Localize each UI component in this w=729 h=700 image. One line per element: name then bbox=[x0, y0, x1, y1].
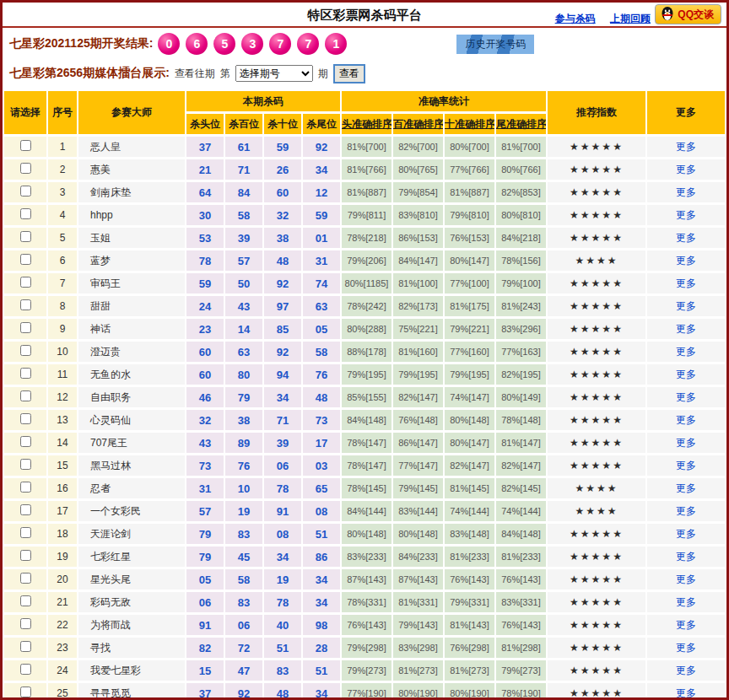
masters-table-body: 1恶人皇3761599281%[700]82%[700]80%[700]81%[… bbox=[4, 137, 725, 700]
more-link[interactable]: 更多 bbox=[676, 619, 696, 631]
row-checkbox[interactable] bbox=[20, 482, 31, 493]
header-kill-head: 杀头位 bbox=[186, 114, 224, 134]
more-link[interactable]: 更多 bbox=[676, 186, 696, 198]
accuracy-stat: 81%[273] bbox=[393, 660, 443, 681]
rating-stars: ★★★★★ bbox=[548, 433, 645, 453]
more-link[interactable]: 更多 bbox=[676, 300, 696, 312]
accuracy-stat: 82%[147] bbox=[496, 455, 546, 476]
kill-number: 48 bbox=[264, 250, 301, 271]
master-name: 自由职务 bbox=[78, 387, 185, 407]
more-link[interactable]: 更多 bbox=[676, 209, 696, 221]
more-link[interactable]: 更多 bbox=[676, 164, 696, 175]
accuracy-stat: 80%[148] bbox=[393, 524, 443, 544]
view-button[interactable]: 查看 bbox=[333, 64, 365, 83]
row-checkbox[interactable] bbox=[20, 163, 31, 174]
row-checkbox[interactable] bbox=[20, 527, 31, 538]
period-select[interactable]: 选择期号 bbox=[235, 65, 313, 82]
row-select-cell bbox=[4, 342, 46, 362]
rating-stars: ★★★★★ bbox=[548, 364, 645, 385]
header-select: 请选择 bbox=[4, 91, 46, 134]
rating-stars: ★★★★★ bbox=[548, 683, 645, 700]
more-link[interactable]: 更多 bbox=[676, 687, 696, 699]
more-link[interactable]: 更多 bbox=[676, 277, 696, 289]
row-checkbox[interactable] bbox=[20, 140, 31, 151]
join-kill-link[interactable]: 参与杀码 bbox=[555, 13, 596, 24]
row-checkbox[interactable] bbox=[20, 368, 31, 379]
qq-chat-button[interactable]: QQ交谈 bbox=[655, 4, 721, 24]
row-index: 18 bbox=[48, 524, 77, 544]
more-link[interactable]: 更多 bbox=[676, 665, 696, 676]
more-link[interactable]: 更多 bbox=[676, 369, 696, 380]
more-link[interactable]: 更多 bbox=[676, 596, 696, 608]
row-checkbox[interactable] bbox=[20, 595, 31, 606]
row-checkbox[interactable] bbox=[20, 254, 31, 265]
sort-acc-tail-link[interactable]: 尾准确排序 bbox=[496, 118, 546, 130]
accuracy-stat: 78%[147] bbox=[342, 455, 392, 476]
accuracy-stat: 83%[148] bbox=[445, 524, 494, 544]
accuracy-stat: 79%[143] bbox=[393, 615, 443, 635]
row-checkbox[interactable] bbox=[20, 573, 31, 584]
row-checkbox[interactable] bbox=[20, 664, 31, 675]
more-link[interactable]: 更多 bbox=[676, 346, 696, 358]
more-link[interactable]: 更多 bbox=[676, 505, 696, 517]
kill-number: 71 bbox=[264, 410, 301, 430]
kill-number: 24 bbox=[186, 296, 224, 316]
lottery-ball: 7 bbox=[269, 33, 291, 55]
more-link[interactable]: 更多 bbox=[676, 528, 696, 540]
more-link[interactable]: 更多 bbox=[676, 141, 696, 153]
row-checkbox[interactable] bbox=[20, 231, 31, 242]
row-index: 15 bbox=[48, 455, 77, 476]
table-row: 14707尾王4389391778%[147]86%[147]80%[147]8… bbox=[4, 433, 725, 453]
more-cell: 更多 bbox=[647, 273, 725, 293]
more-link[interactable]: 更多 bbox=[676, 642, 696, 654]
row-select-cell bbox=[4, 524, 46, 544]
more-link[interactable]: 更多 bbox=[676, 391, 696, 403]
row-select-cell bbox=[4, 501, 46, 521]
kill-number: 98 bbox=[303, 615, 340, 635]
kill-number: 92 bbox=[264, 273, 301, 293]
accuracy-stat: 86%[147] bbox=[393, 433, 443, 453]
row-checkbox[interactable] bbox=[20, 550, 31, 561]
master-name: 审码王 bbox=[78, 273, 185, 293]
row-checkbox[interactable] bbox=[20, 186, 31, 197]
row-index: 22 bbox=[48, 615, 77, 635]
row-checkbox[interactable] bbox=[20, 277, 31, 288]
row-select-cell bbox=[4, 478, 46, 498]
row-checkbox[interactable] bbox=[20, 436, 31, 447]
more-link[interactable]: 更多 bbox=[676, 323, 696, 335]
more-link[interactable]: 更多 bbox=[676, 573, 696, 585]
sort-acc-ten-link[interactable]: 十准确排序 bbox=[445, 118, 494, 130]
more-link[interactable]: 更多 bbox=[676, 255, 696, 267]
accuracy-stat: 83%[810] bbox=[393, 205, 443, 225]
sort-acc-hundred-link[interactable]: 百准确排序 bbox=[393, 118, 443, 130]
more-cell: 更多 bbox=[647, 182, 725, 202]
row-checkbox[interactable] bbox=[20, 345, 31, 356]
last-period-link[interactable]: 上期回顾 bbox=[610, 13, 651, 24]
accuracy-stat: 84%[233] bbox=[393, 547, 443, 567]
master-name: 忍者 bbox=[78, 478, 185, 498]
more-link[interactable]: 更多 bbox=[676, 460, 696, 471]
row-checkbox[interactable] bbox=[20, 459, 31, 470]
row-checkbox[interactable] bbox=[20, 641, 31, 652]
sort-acc-head-link[interactable]: 头准确排序 bbox=[342, 118, 392, 130]
row-checkbox[interactable] bbox=[20, 413, 31, 424]
row-checkbox[interactable] bbox=[20, 208, 31, 219]
more-link[interactable]: 更多 bbox=[676, 232, 696, 244]
history-numbers-link[interactable]: 历史开奖号码 bbox=[456, 35, 534, 54]
row-checkbox[interactable] bbox=[20, 618, 31, 629]
accuracy-stat: 81%[298] bbox=[496, 638, 546, 658]
row-checkbox[interactable] bbox=[20, 504, 31, 515]
accuracy-stat: 74%[147] bbox=[445, 387, 494, 407]
row-checkbox[interactable] bbox=[20, 390, 31, 401]
more-link[interactable]: 更多 bbox=[676, 437, 696, 449]
more-link[interactable]: 更多 bbox=[676, 414, 696, 426]
row-checkbox[interactable] bbox=[20, 322, 31, 333]
more-link[interactable]: 更多 bbox=[676, 482, 696, 494]
accuracy-stat: 81%[887] bbox=[445, 182, 494, 202]
accuracy-stat: 79%[331] bbox=[445, 592, 494, 612]
table-row: 17一个女彩民5719910884%[144]83%[144]74%[144]7… bbox=[4, 501, 725, 521]
row-checkbox[interactable] bbox=[20, 687, 31, 697]
rating-stars: ★★★★ bbox=[548, 478, 645, 498]
more-link[interactable]: 更多 bbox=[676, 551, 696, 563]
row-checkbox[interactable] bbox=[20, 299, 31, 310]
